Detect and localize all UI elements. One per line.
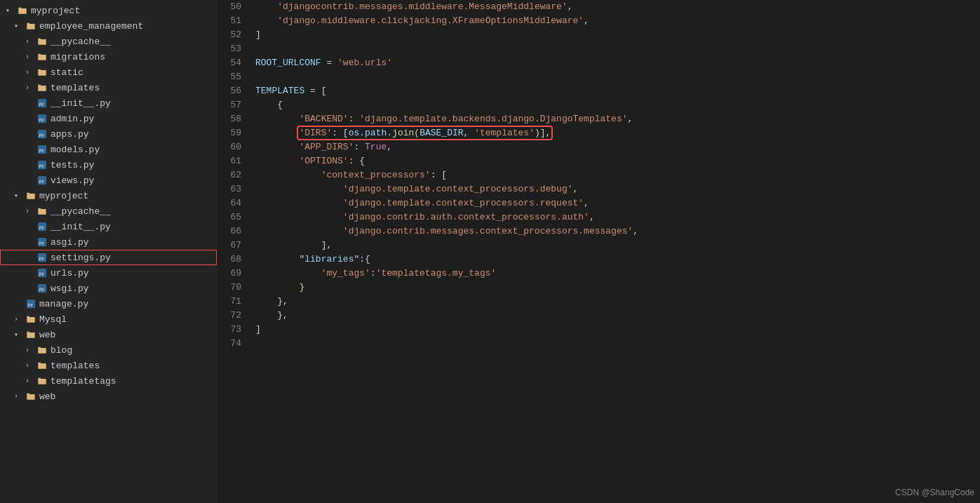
py-icon: py — [36, 221, 48, 232]
line-code: 'context_processors': [ — [253, 168, 980, 182]
sidebar-item-web[interactable]: web — [0, 327, 217, 342]
sidebar-label: models.py — [51, 145, 100, 155]
sidebar-item-myproject-root[interactable]: myproject — [0, 3, 217, 18]
py-icon: py — [36, 267, 48, 279]
sidebar-label: __pycache__ — [51, 206, 111, 217]
line-number: 74 — [217, 337, 253, 351]
line-number: 71 — [217, 295, 253, 309]
sidebar-label: myproject — [31, 6, 80, 16]
sidebar-item-pycache1[interactable]: __pycache__ — [0, 34, 217, 49]
line-number: 53 — [217, 42, 253, 56]
line-number: 50 — [217, 0, 253, 14]
code-line-66: 66 'django.contrib.messages.context_proc… — [217, 224, 980, 239]
svg-text:py: py — [39, 132, 45, 138]
line-number: 57 — [217, 98, 253, 112]
py-icon: py — [36, 175, 48, 186]
sidebar-item-init2[interactable]: py__init__.py — [0, 219, 217, 234]
svg-text:py: py — [39, 224, 45, 230]
line-number: 63 — [217, 182, 253, 196]
py-icon: py — [36, 128, 48, 140]
line-code: 'django.contrib.auth.context_processors.… — [253, 210, 980, 224]
sidebar-label: employee_management — [39, 21, 143, 32]
line-code: ROOT_URLCONF = 'web.urls' — [253, 56, 980, 70]
line-number: 72 — [217, 309, 253, 323]
sidebar-label: web — [39, 330, 55, 340]
line-number: 56 — [217, 84, 253, 98]
code-line-73: 73] — [217, 323, 980, 337]
py-icon: py — [36, 283, 48, 294]
folder-icon — [36, 360, 48, 371]
sidebar-label: manage.py — [39, 299, 88, 309]
code-line-63: 63 'django.template.context_processors.d… — [217, 182, 980, 196]
sidebar-label: migrations — [51, 52, 105, 62]
line-code — [253, 337, 980, 351]
sidebar-item-web2[interactable]: web — [0, 389, 217, 404]
sidebar-item-static[interactable]: static — [0, 65, 217, 80]
sidebar-item-urls[interactable]: pyurls.py — [0, 265, 217, 281]
sidebar-label: static — [51, 67, 83, 78]
sidebar-item-tests[interactable]: pytests.py — [0, 157, 217, 173]
line-code: 'OPTIONS': { — [253, 154, 980, 168]
py-icon: py — [36, 236, 48, 248]
sidebar-item-apps[interactable]: pyapps.py — [0, 126, 217, 142]
line-code: TEMPLATES = [ — [253, 84, 980, 98]
svg-text:py: py — [39, 286, 45, 292]
sidebar-item-templatetags[interactable]: templatetags — [0, 373, 217, 389]
sidebar-item-templates1[interactable]: templates — [0, 80, 217, 95]
sidebar-item-mysql[interactable]: Mysql — [0, 311, 217, 327]
line-number: 68 — [217, 253, 253, 267]
line-code: 'DIRS': [os.path.join(BASE_DIR, 'templat… — [253, 126, 980, 140]
line-code: 'django.middleware.clickjacking.XFrameOp… — [253, 14, 980, 28]
line-code: ] — [253, 323, 980, 337]
sidebar-label: urls.py — [51, 268, 89, 279]
sidebar-item-templates2[interactable]: templates — [0, 358, 217, 373]
line-number: 60 — [217, 140, 253, 154]
code-line-67: 67 ], — [217, 239, 980, 253]
line-number: 51 — [217, 14, 253, 28]
sidebar-item-myproject2[interactable]: myproject — [0, 188, 217, 203]
sidebar-item-wsgi[interactable]: pywsgi.py — [0, 281, 217, 296]
sidebar-label: asgi.py — [51, 237, 89, 248]
code-line-72: 72 }, — [217, 309, 980, 323]
svg-text:py: py — [39, 147, 45, 153]
line-code: } — [253, 281, 980, 295]
sidebar-label: views.py — [51, 175, 94, 186]
folder-icon — [36, 36, 48, 47]
py-icon: py — [36, 252, 48, 263]
code-line-60: 60 'APP_DIRS': True, — [217, 140, 980, 154]
line-number: 62 — [217, 168, 253, 182]
code-line-56: 56TEMPLATES = [ — [217, 84, 980, 98]
sidebar-item-manage[interactable]: pymanage.py — [0, 296, 217, 311]
svg-text:py: py — [39, 240, 45, 246]
sidebar-item-admin[interactable]: pyadmin.py — [0, 111, 217, 126]
sidebar-item-settings[interactable]: pysettings.py — [0, 250, 217, 265]
code-line-71: 71 }, — [217, 295, 980, 309]
sidebar-label: wsgi.py — [51, 283, 89, 294]
sidebar-item-models[interactable]: pymodels.py — [0, 142, 217, 157]
sidebar-label: settings.py — [51, 253, 111, 263]
sidebar-label: Mysql — [39, 314, 67, 325]
folder-icon — [36, 82, 48, 93]
py-icon: py — [36, 144, 48, 155]
folder-icon — [17, 5, 28, 16]
code-line-58: 58 'BACKEND': 'django.template.backends.… — [217, 112, 980, 126]
sidebar-item-employee_management[interactable]: employee_management — [0, 18, 217, 34]
file-explorer: myprojectemployee_management__pycache__m… — [0, 0, 217, 503]
sidebar-item-asgi[interactable]: pyasgi.py — [0, 234, 217, 250]
line-code — [253, 42, 980, 56]
sidebar-label: tests.py — [51, 160, 94, 170]
line-number: 54 — [217, 56, 253, 70]
sidebar-item-pycache2[interactable]: __pycache__ — [0, 203, 217, 219]
sidebar-item-views[interactable]: pyviews.py — [0, 173, 217, 188]
sidebar-item-blog[interactable]: blog — [0, 342, 217, 358]
svg-text:py: py — [39, 271, 45, 276]
sidebar-item-migrations[interactable]: migrations — [0, 49, 217, 65]
svg-text:py: py — [39, 178, 45, 184]
code-line-61: 61 'OPTIONS': { — [217, 154, 980, 168]
code-line-70: 70 } — [217, 281, 980, 295]
line-number: 55 — [217, 70, 253, 84]
code-line-69: 69 'my_tags':'templatetags.my_tags' — [217, 267, 980, 281]
line-code: ], — [253, 239, 980, 253]
folder-icon — [25, 190, 36, 201]
sidebar-item-init1[interactable]: py__init__.py — [0, 95, 217, 111]
